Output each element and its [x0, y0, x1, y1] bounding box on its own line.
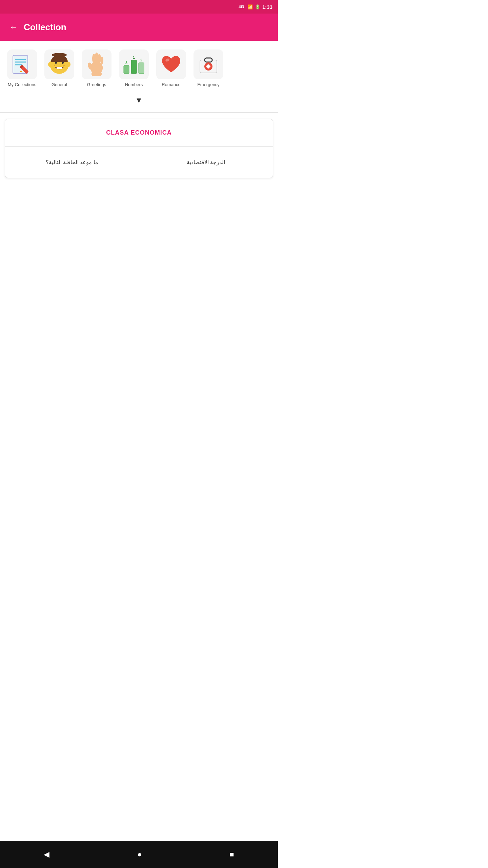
network-label: 4G [239, 4, 244, 9]
app-bar-title: Collection [24, 22, 66, 33]
svg-text:1: 1 [133, 55, 135, 59]
category-icon-general [44, 50, 74, 79]
svg-point-21 [101, 57, 103, 64]
category-item-general[interactable]: General [41, 47, 78, 90]
svg-text:3: 3 [125, 61, 127, 65]
signal-icon: 📶 [247, 4, 253, 9]
svg-text:2: 2 [140, 58, 142, 62]
category-item-numbers[interactable]: 3 1 2 Numbers [115, 47, 152, 90]
svg-rect-23 [92, 72, 102, 76]
category-icon-greetings [82, 50, 111, 79]
card-section: CLASA ECONOMICA ما موعد الحافلة التالية؟… [0, 113, 278, 184]
battery-icon: 🔋 [255, 4, 260, 9]
card-bottom: ما موعد الحافلة التالية؟ الدرجة الاقتصاد… [5, 147, 273, 178]
svg-point-15 [67, 62, 70, 67]
time-label: 1:33 [262, 4, 272, 10]
categories-scroll: My Collections [3, 47, 274, 93]
svg-point-11 [63, 65, 65, 66]
chevron-row[interactable]: ▼ [3, 93, 274, 109]
category-icon-my-collections [7, 50, 37, 79]
category-label-general: General [52, 82, 67, 88]
card-cell-left[interactable]: ما موعد الحافلة التالية؟ [5, 147, 139, 178]
category-item-greetings[interactable]: Greetings [78, 47, 115, 90]
category-item-romance[interactable]: Romance [152, 47, 190, 90]
category-label-emergency: Emergency [197, 82, 220, 88]
bottom-spacer [0, 184, 278, 218]
category-label-romance: Romance [162, 82, 181, 88]
category-label-my-collections: My Collections [8, 82, 37, 88]
app-bar: ← Collection [0, 14, 278, 41]
category-icon-romance [156, 50, 186, 79]
svg-rect-24 [124, 65, 129, 74]
category-icon-emergency [194, 50, 223, 79]
svg-rect-26 [131, 60, 137, 74]
svg-rect-28 [139, 63, 144, 74]
svg-point-13 [52, 53, 67, 57]
chevron-down-icon: ▼ [135, 96, 143, 105]
card-title-row: CLASA ECONOMICA [5, 119, 273, 147]
card-title: CLASA ECONOMICA [106, 129, 171, 136]
category-item-my-collections[interactable]: My Collections [3, 47, 41, 90]
svg-rect-35 [206, 65, 210, 67]
category-label-numbers: Numbers [125, 82, 143, 88]
phrase-card[interactable]: CLASA ECONOMICA ما موعد الحافلة التالية؟… [5, 119, 273, 178]
category-icon-numbers: 3 1 2 [119, 50, 149, 79]
card-cell-right[interactable]: الدرجة الاقتصادية [139, 147, 273, 178]
svg-rect-12 [57, 67, 62, 69]
back-button[interactable]: ← [7, 20, 20, 35]
category-label-greetings: Greetings [87, 82, 106, 88]
svg-point-14 [48, 62, 52, 67]
categories-section: My Collections [0, 41, 278, 112]
status-bar: 4G 📶 🔋 1:33 [0, 0, 278, 14]
category-item-emergency[interactable]: Emergency [190, 47, 227, 90]
svg-point-10 [54, 65, 55, 66]
